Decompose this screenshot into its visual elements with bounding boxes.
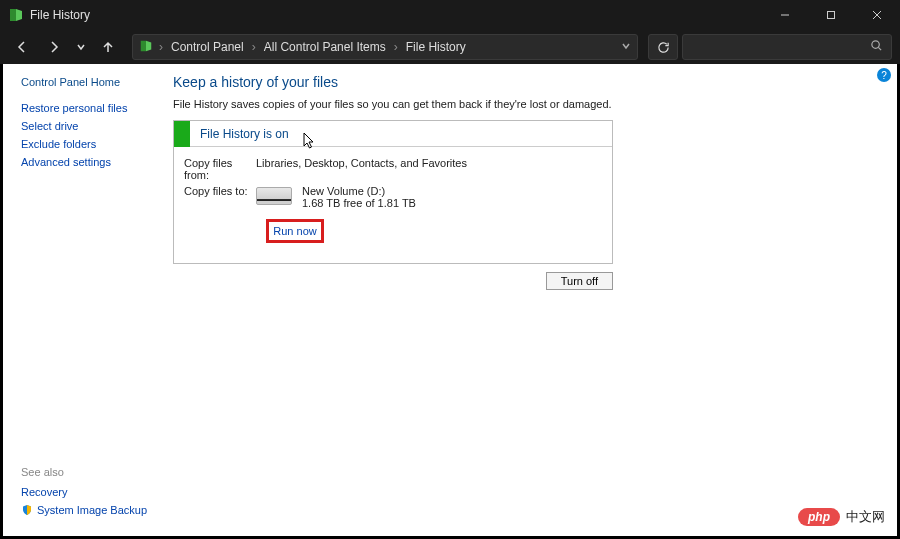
- forward-button[interactable]: [40, 33, 68, 61]
- chevron-right-icon: ›: [250, 40, 258, 54]
- recovery-link[interactable]: Recovery: [21, 486, 147, 498]
- maximize-button[interactable]: [808, 0, 854, 30]
- copy-from-row: Copy files from: Libraries, Desktop, Con…: [184, 157, 602, 181]
- svg-rect-5: [141, 40, 146, 51]
- chevron-right-icon: ›: [392, 40, 400, 54]
- run-now-link[interactable]: Run now: [273, 225, 316, 237]
- close-button[interactable]: [854, 0, 900, 30]
- copy-to-row: Copy files to: New Volume (D:) 1.68 TB f…: [184, 185, 602, 209]
- advanced-settings-link[interactable]: Advanced settings: [21, 156, 151, 168]
- watermark-pill: php: [798, 508, 840, 526]
- breadcrumb-all-items[interactable]: All Control Panel Items: [262, 39, 388, 55]
- app-icon: [8, 7, 24, 23]
- titlebar: File History: [0, 0, 900, 30]
- back-button[interactable]: [8, 33, 36, 61]
- see-also-header: See also: [21, 466, 147, 478]
- control-panel-home-link[interactable]: Control Panel Home: [21, 76, 151, 88]
- see-also-section: See also Recovery System Image Backup: [21, 466, 147, 522]
- content-area: ? Control Panel Home Restore personal fi…: [3, 64, 897, 536]
- select-drive-link[interactable]: Select drive: [21, 120, 151, 132]
- copy-from-label: Copy files from:: [184, 157, 256, 181]
- up-button[interactable]: [94, 33, 122, 61]
- status-panel-title: File History is on: [190, 127, 289, 141]
- breadcrumb-control-panel[interactable]: Control Panel: [169, 39, 246, 55]
- address-dropdown-icon[interactable]: [621, 40, 631, 54]
- status-on-indicator: [174, 121, 190, 147]
- search-icon: [870, 39, 883, 55]
- window-controls: [762, 0, 900, 30]
- page-description: File History saves copies of your files …: [173, 98, 877, 110]
- shield-icon: [21, 504, 33, 516]
- drive-name: New Volume (D:): [302, 185, 416, 197]
- svg-rect-2: [828, 12, 835, 19]
- run-now-highlight: Run now: [266, 219, 324, 243]
- drive-space: 1.68 TB free of 1.81 TB: [302, 197, 416, 209]
- sidebar: Control Panel Home Restore personal file…: [21, 76, 151, 174]
- chevron-right-icon: ›: [157, 40, 165, 54]
- watermark: php 中文网: [798, 508, 885, 526]
- svg-line-7: [878, 47, 881, 50]
- address-bar[interactable]: › Control Panel › All Control Panel Item…: [132, 34, 638, 60]
- main-panel: Keep a history of your files File Histor…: [173, 74, 877, 290]
- navbar: › Control Panel › All Control Panel Item…: [0, 30, 900, 64]
- search-input[interactable]: [682, 34, 892, 60]
- window-title: File History: [30, 8, 90, 22]
- watermark-text: 中文网: [846, 508, 885, 526]
- recent-dropdown[interactable]: [72, 33, 90, 61]
- address-icon: [139, 39, 153, 56]
- copy-from-value: Libraries, Desktop, Contacts, and Favori…: [256, 157, 602, 181]
- refresh-button[interactable]: [648, 34, 678, 60]
- drive-icon: [256, 187, 292, 205]
- exclude-folders-link[interactable]: Exclude folders: [21, 138, 151, 150]
- help-icon[interactable]: ?: [877, 68, 891, 82]
- copy-to-label: Copy files to:: [184, 185, 256, 209]
- turn-off-button[interactable]: Turn off: [546, 272, 613, 290]
- minimize-button[interactable]: [762, 0, 808, 30]
- restore-personal-files-link[interactable]: Restore personal files: [21, 102, 151, 114]
- svg-point-6: [872, 41, 879, 48]
- page-heading: Keep a history of your files: [173, 74, 877, 90]
- svg-rect-0: [10, 9, 16, 21]
- status-panel-header: File History is on: [174, 121, 612, 147]
- system-image-backup-link[interactable]: System Image Backup: [21, 504, 147, 516]
- status-panel: File History is on Copy files from: Libr…: [173, 120, 613, 264]
- breadcrumb-file-history[interactable]: File History: [404, 39, 468, 55]
